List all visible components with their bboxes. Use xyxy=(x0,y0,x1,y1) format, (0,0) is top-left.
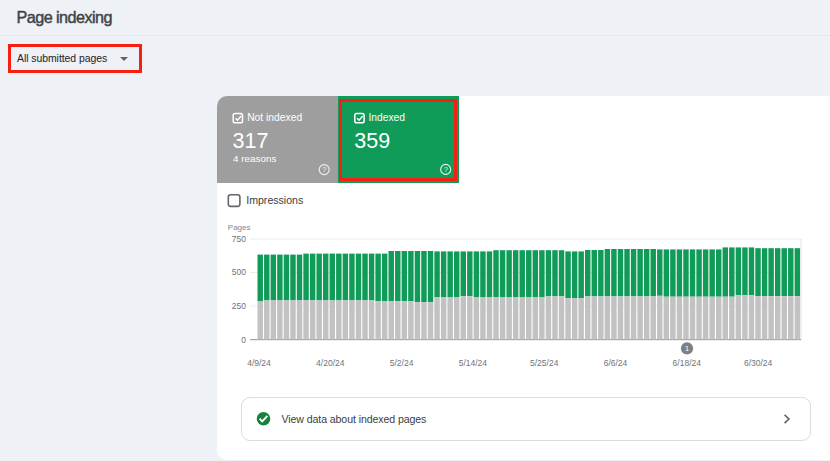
svg-text:View data about indexed pages: View data about indexed pages xyxy=(282,413,427,425)
